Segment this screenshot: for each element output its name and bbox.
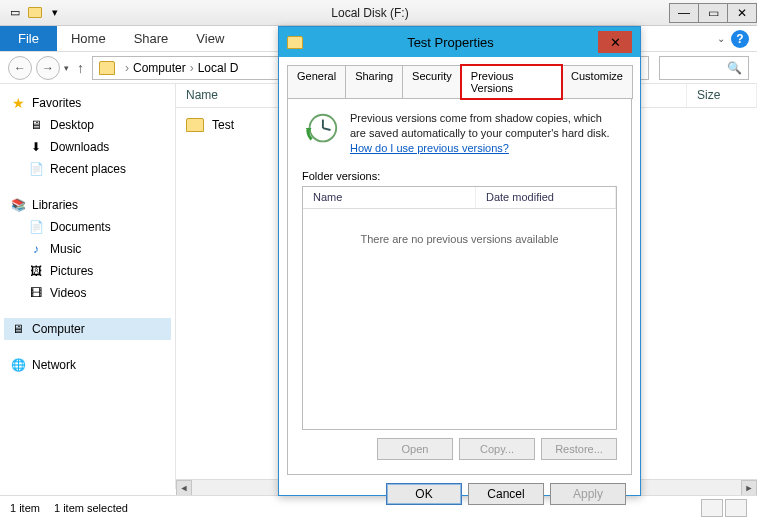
- maximize-button[interactable]: ▭: [698, 3, 728, 23]
- up-button[interactable]: ↑: [73, 60, 88, 76]
- view-icons-button[interactable]: [725, 499, 747, 517]
- nav-downloads[interactable]: ⬇Downloads: [4, 136, 171, 158]
- nav-pictures[interactable]: 🖼Pictures: [4, 260, 171, 282]
- desktop-icon: 🖥: [28, 117, 44, 133]
- tab-share[interactable]: Share: [120, 26, 183, 51]
- fv-empty-message: There are no previous versions available: [303, 209, 616, 245]
- nav-network[interactable]: 🌐 Network: [4, 354, 171, 376]
- nav-documents[interactable]: 📄Documents: [4, 216, 171, 238]
- file-tab[interactable]: File: [0, 26, 57, 51]
- folder-icon: [186, 118, 204, 132]
- nav-recent[interactable]: 📄Recent places: [4, 158, 171, 180]
- view-details-button[interactable]: [701, 499, 723, 517]
- documents-icon: 📄: [28, 219, 44, 235]
- nav-favorites[interactable]: ★ Favorites: [4, 92, 171, 114]
- status-count: 1 item: [10, 502, 40, 514]
- search-input[interactable]: 🔍: [659, 56, 749, 80]
- pictures-icon: 🖼: [28, 263, 44, 279]
- dlg-tab-previous-versions[interactable]: Previous Versions: [461, 65, 562, 99]
- chevron-right-icon: ›: [121, 61, 133, 75]
- dialog-close-button[interactable]: ✕: [598, 31, 632, 53]
- open-button: Open: [377, 438, 453, 460]
- chevron-right-icon: ›: [186, 61, 198, 75]
- dialog-title: Test Properties: [303, 35, 598, 50]
- dlg-tab-general[interactable]: General: [287, 65, 346, 99]
- ok-button[interactable]: OK: [386, 483, 462, 505]
- breadcrumb-segment[interactable]: Computer: [133, 61, 186, 75]
- nav-libraries[interactable]: 📚 Libraries: [4, 194, 171, 216]
- back-button[interactable]: ←: [8, 56, 32, 80]
- restore-button: Restore...: [541, 438, 617, 460]
- dlg-tab-security[interactable]: Security: [402, 65, 462, 99]
- tab-home[interactable]: Home: [57, 26, 120, 51]
- dlg-tab-customize[interactable]: Customize: [561, 65, 633, 99]
- breadcrumb-drive-icon: [99, 61, 115, 75]
- dlg-tab-sharing[interactable]: Sharing: [345, 65, 403, 99]
- forward-button[interactable]: →: [36, 56, 60, 80]
- star-icon: ★: [10, 95, 26, 111]
- recent-icon: 📄: [28, 161, 44, 177]
- dialog-folder-icon: [287, 36, 303, 49]
- cancel-button[interactable]: Cancel: [468, 483, 544, 505]
- help-link[interactable]: How do I use previous versions?: [350, 142, 509, 154]
- status-selected: 1 item selected: [54, 502, 128, 514]
- videos-icon: 🎞: [28, 285, 44, 301]
- fv-column-name[interactable]: Name: [303, 187, 476, 208]
- qat-dropdown-icon[interactable]: ▾: [46, 4, 64, 22]
- navigation-pane: ★ Favorites 🖥Desktop ⬇Downloads 📄Recent …: [0, 84, 176, 489]
- qat-newfolder-icon[interactable]: [26, 4, 44, 22]
- close-button[interactable]: ✕: [727, 3, 757, 23]
- ribbon-expand-icon[interactable]: ⌄: [717, 33, 725, 44]
- nav-videos[interactable]: 🎞Videos: [4, 282, 171, 304]
- clock-restore-icon: [302, 111, 340, 156]
- window-title: Local Disk (F:): [70, 6, 670, 20]
- file-name: Test: [212, 118, 234, 132]
- downloads-icon: ⬇: [28, 139, 44, 155]
- music-icon: ♪: [28, 241, 44, 257]
- properties-dialog: Test Properties ✕ General Sharing Securi…: [278, 26, 641, 496]
- computer-icon: 🖥: [10, 321, 26, 337]
- scroll-left-icon[interactable]: ◄: [176, 480, 192, 496]
- folder-versions-label: Folder versions:: [302, 170, 617, 182]
- recent-dropdown-icon[interactable]: ▾: [64, 63, 69, 73]
- help-icon[interactable]: ?: [731, 30, 749, 48]
- nav-computer[interactable]: 🖥 Computer: [4, 318, 171, 340]
- nav-music[interactable]: ♪Music: [4, 238, 171, 260]
- libraries-icon: 📚: [10, 197, 26, 213]
- tab-view[interactable]: View: [182, 26, 238, 51]
- qat-properties-icon[interactable]: ▭: [6, 4, 24, 22]
- search-icon: 🔍: [727, 61, 742, 75]
- folder-versions-list[interactable]: Name Date modified There are no previous…: [302, 186, 617, 430]
- info-text: Previous versions come from shadow copie…: [350, 111, 610, 156]
- scroll-right-icon[interactable]: ►: [741, 480, 757, 496]
- minimize-button[interactable]: —: [669, 3, 699, 23]
- breadcrumb-segment[interactable]: Local D: [198, 61, 239, 75]
- network-icon: 🌐: [10, 357, 26, 373]
- column-size[interactable]: Size: [687, 84, 757, 107]
- fv-column-date[interactable]: Date modified: [476, 187, 616, 208]
- copy-button: Copy...: [459, 438, 535, 460]
- apply-button: Apply: [550, 483, 626, 505]
- nav-desktop[interactable]: 🖥Desktop: [4, 114, 171, 136]
